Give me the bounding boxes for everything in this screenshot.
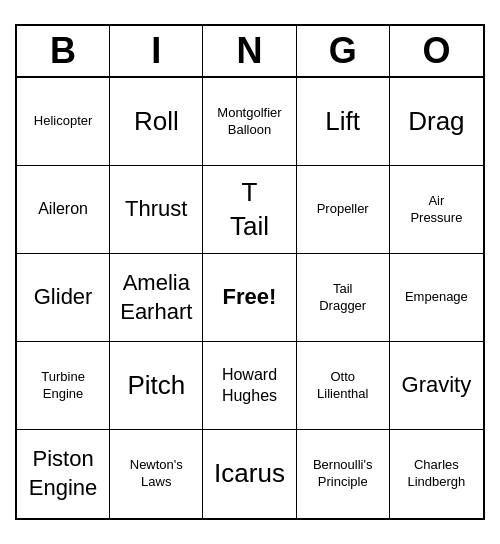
bingo-cell: CharlesLindbergh: [390, 430, 483, 518]
bingo-cell: Propeller: [297, 166, 390, 254]
bingo-cell: Newton'sLaws: [110, 430, 203, 518]
bingo-cell: AmeliaEarhart: [110, 254, 203, 342]
bingo-cell: Gravity: [390, 342, 483, 430]
bingo-cell: MontgolfierBalloon: [203, 78, 296, 166]
bingo-cell: Lift: [297, 78, 390, 166]
header-letter: B: [17, 26, 110, 76]
bingo-cell: Roll: [110, 78, 203, 166]
header-letter: O: [390, 26, 483, 76]
header-letter: N: [203, 26, 296, 76]
bingo-cell: Free!: [203, 254, 296, 342]
bingo-cell: Aileron: [17, 166, 110, 254]
bingo-cell: Thrust: [110, 166, 203, 254]
bingo-cell: Icarus: [203, 430, 296, 518]
bingo-cell: Glider: [17, 254, 110, 342]
bingo-cell: OttoLilienthal: [297, 342, 390, 430]
bingo-cell: TailDragger: [297, 254, 390, 342]
bingo-cell: Bernoulli'sPrinciple: [297, 430, 390, 518]
header-letter: I: [110, 26, 203, 76]
bingo-cell: TurbineEngine: [17, 342, 110, 430]
bingo-cell: PistonEngine: [17, 430, 110, 518]
bingo-card: BINGO HelicopterRollMontgolfierBalloonLi…: [15, 24, 485, 520]
bingo-cell: Helicopter: [17, 78, 110, 166]
bingo-grid: HelicopterRollMontgolfierBalloonLiftDrag…: [17, 78, 483, 518]
bingo-header: BINGO: [17, 26, 483, 78]
bingo-cell: HowardHughes: [203, 342, 296, 430]
bingo-cell: Drag: [390, 78, 483, 166]
bingo-cell: AirPressure: [390, 166, 483, 254]
bingo-cell: Pitch: [110, 342, 203, 430]
bingo-cell: Empenage: [390, 254, 483, 342]
bingo-cell: TTail: [203, 166, 296, 254]
header-letter: G: [297, 26, 390, 76]
